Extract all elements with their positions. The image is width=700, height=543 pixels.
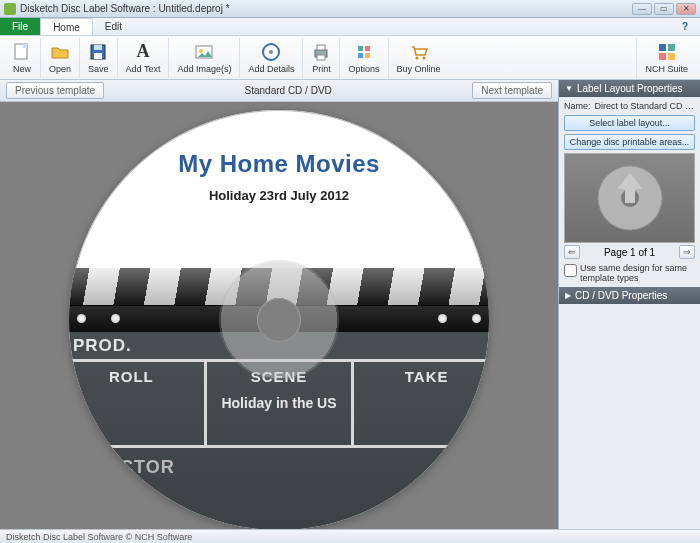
take-label: TAKE [405, 368, 449, 385]
page-next-button[interactable]: ⇒ [679, 245, 695, 259]
text-icon: A [133, 42, 153, 62]
roll-label: ROLL [109, 368, 154, 385]
svg-rect-13 [365, 46, 370, 51]
page-indicator: Page 1 of 1 [604, 247, 655, 258]
print-button[interactable]: Print [303, 38, 340, 78]
page-prev-button[interactable]: ⇐ [564, 245, 580, 259]
svg-rect-14 [358, 53, 363, 58]
layout-preview [564, 153, 695, 243]
canvas-toolbar: Previous template Standard CD / DVD Next… [0, 80, 558, 102]
title-bar: Disketch Disc Label Software : Untitled.… [0, 0, 700, 18]
scene-value: Holiday in the US [221, 395, 336, 412]
next-template-button[interactable]: Next template [472, 82, 552, 99]
disc-subtitle-text[interactable]: Holiday 23rd July 2012 [69, 188, 489, 203]
svg-rect-4 [94, 53, 102, 59]
help-icon[interactable]: ? [670, 18, 700, 35]
menu-edit[interactable]: Edit [93, 18, 134, 35]
svg-rect-1 [23, 44, 27, 48]
options-icon [354, 42, 374, 62]
add-images-button[interactable]: Add Image(s) [169, 38, 240, 78]
open-icon [50, 42, 70, 62]
svg-rect-20 [659, 53, 666, 60]
svg-point-8 [269, 50, 273, 54]
menu-home[interactable]: Home [40, 18, 93, 35]
svg-point-17 [422, 56, 425, 59]
new-button[interactable]: New [4, 38, 41, 78]
app-icon [4, 3, 16, 15]
status-bar: Disketch Disc Label Software © NCH Softw… [0, 529, 700, 543]
properties-panel: ▼Label Layout Properties Name:Direct to … [558, 80, 700, 529]
add-text-button[interactable]: AAdd Text [118, 38, 170, 78]
svg-point-6 [199, 49, 203, 53]
window-title: Disketch Disc Label Software : Untitled.… [20, 3, 632, 14]
save-button[interactable]: Save [80, 38, 118, 78]
svg-rect-10 [317, 45, 325, 50]
svg-rect-12 [358, 46, 363, 51]
label-layout-header[interactable]: ▼Label Layout Properties [559, 80, 700, 97]
expand-icon: ▶ [565, 291, 571, 300]
svg-rect-15 [365, 53, 370, 58]
nch-icon [657, 42, 677, 62]
new-icon [12, 42, 32, 62]
scene-label: SCENE [251, 368, 308, 385]
svg-rect-19 [668, 44, 675, 51]
options-button[interactable]: Options [340, 38, 388, 78]
minimize-button[interactable]: — [632, 3, 652, 15]
svg-rect-21 [668, 53, 675, 60]
disc-center-hole [258, 299, 300, 341]
cart-icon [409, 42, 429, 62]
open-button[interactable]: Open [41, 38, 80, 78]
svg-rect-11 [317, 55, 325, 60]
name-label: Name: [564, 101, 591, 111]
disc-label[interactable]: My Home Movies Holiday 23rd July 2012 PR… [69, 110, 489, 529]
nch-suite-button[interactable]: NCH Suite [636, 38, 696, 78]
prod-label: PROD. [73, 336, 132, 356]
print-icon [311, 42, 331, 62]
previous-template-button[interactable]: Previous template [6, 82, 104, 99]
menu-file[interactable]: File [0, 18, 40, 35]
image-icon [194, 42, 214, 62]
name-value: Direct to Standard CD / DVD [595, 101, 695, 111]
add-details-button[interactable]: Add Details [240, 38, 303, 78]
maximize-button[interactable]: ▭ [654, 3, 674, 15]
buy-online-button[interactable]: Buy Online [389, 38, 449, 78]
svg-point-16 [415, 56, 418, 59]
disc-title-text[interactable]: My Home Movies [69, 150, 489, 178]
menu-bar: File Home Edit ? [0, 18, 700, 36]
disc-preview-icon [595, 163, 665, 233]
cd-dvd-properties-header[interactable]: ▶CD / DVD Properties [559, 287, 700, 304]
canvas-area: Previous template Standard CD / DVD Next… [0, 80, 558, 529]
save-icon [88, 42, 108, 62]
template-label: Standard CD / DVD [245, 85, 332, 96]
svg-rect-3 [94, 45, 102, 50]
svg-rect-18 [659, 44, 666, 51]
same-design-checkbox[interactable]: Use same design for same template types [564, 263, 695, 283]
change-printable-areas-button[interactable]: Change disc printable areas... [564, 134, 695, 150]
close-button[interactable]: ✕ [676, 3, 696, 15]
director-label: DIRECTOR [73, 457, 175, 478]
details-icon [261, 42, 281, 62]
select-label-layout-button[interactable]: Select label layout... [564, 115, 695, 131]
ribbon-toolbar: New Open Save AAdd Text Add Image(s) Add… [0, 36, 700, 80]
collapse-icon: ▼ [565, 84, 573, 93]
